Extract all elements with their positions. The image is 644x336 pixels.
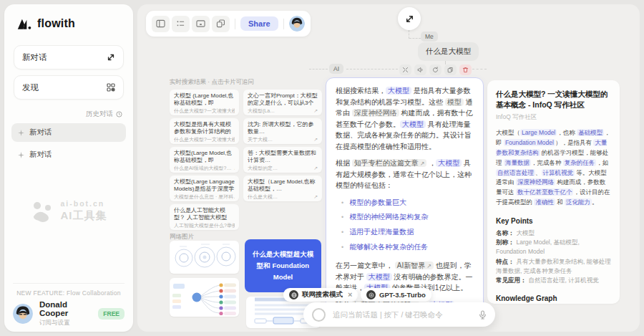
user-profile[interactable]: Donald Cooper 订阅与设置 FREE xyxy=(13,301,125,327)
inline-highlight: 深度神经网络 xyxy=(352,109,399,117)
card-source-text: 什么是大模型?一文读懂大模… xyxy=(174,107,235,115)
search-result-card[interactable]: 大模型 (Large Model,也称基础模型，即Foundation…什么是大… xyxy=(170,90,239,115)
history-versions-icon xyxy=(176,19,185,28)
connector-line xyxy=(409,38,421,39)
inline-source-link[interactable]: 知乎专栏的这篇文章↗ xyxy=(352,159,427,167)
external-link-icon: ↗ xyxy=(313,165,318,171)
toolbar-divider xyxy=(235,19,235,29)
clock-icon xyxy=(116,111,122,117)
card-source-text: 大模型是什么意思 · 星环科… xyxy=(174,193,235,201)
flowith-app: flowith 新对话 发现 历史对话 新对话新对话 xyxy=(0,0,644,336)
card-source: 大模型的定…↗ xyxy=(248,165,318,172)
discover-button[interactable]: 发现 xyxy=(14,75,124,100)
diagonal-arrows-icon xyxy=(405,14,414,24)
answer-bullet-item: 模型的参数量巨大 xyxy=(341,197,474,208)
discover-label: 发现 xyxy=(22,82,39,93)
inline-highlight: 模型 xyxy=(445,98,464,106)
remove-tag-icon[interactable]: × xyxy=(348,291,352,299)
connector-line xyxy=(309,69,328,69)
knowledge-graph-title: Knowledge Graph xyxy=(496,294,611,302)
search-result-card[interactable]: 大模型是指具有大规模参数和复杂计算结构的机器学习模…什么是大模型?一文读懂大模…… xyxy=(170,118,239,144)
key-point-value: 大模型 xyxy=(517,229,535,236)
card-source-text: 大模型(La… xyxy=(248,107,275,115)
web-image-circles[interactable] xyxy=(170,241,239,274)
search-result-card[interactable]: 沈为: 所谓大模型，它的参数量…关于大模…↗ xyxy=(243,118,322,144)
search-result-card[interactable]: 大模型（Large Model,也称基础模型，…什么是大模…↗ xyxy=(243,176,322,201)
share-button[interactable]: Share xyxy=(240,16,278,31)
card-source-text: 人工智能大模型是什么?举例… xyxy=(174,222,235,229)
key-point-value: 自然语言处理, 计算机视觉 xyxy=(529,277,599,284)
inline-source-link[interactable]: AI新智界↗ xyxy=(395,261,434,269)
web-search-mode-tag[interactable]: 联网搜索模式 × xyxy=(283,288,358,302)
globe-icon xyxy=(289,290,298,299)
chat-history-list: 新对话新对话 xyxy=(11,123,126,168)
search-result-card[interactable]: 大模型(Large Language Models)是指基于深度学习…大模型是什… xyxy=(170,176,239,201)
toolbar-avatar[interactable] xyxy=(289,16,305,32)
inline-highlight: 大模型 xyxy=(366,273,392,281)
chat-item-label: 新对话 xyxy=(29,150,52,160)
history-text: 历史对话 xyxy=(86,110,113,119)
answer-bullet-item: 模型的神经网络架构复杂 xyxy=(341,211,474,223)
toolbar-divider xyxy=(283,19,284,29)
follow-up-input[interactable] xyxy=(331,309,473,320)
history-versions-button[interactable] xyxy=(172,16,190,32)
new-chat-button[interactable]: 新对话 xyxy=(14,45,124,69)
copy-answer-button[interactable] xyxy=(444,64,457,75)
model-selector-tag[interactable]: GPT-3.5-Turbo xyxy=(361,288,431,302)
collapse-panel-button[interactable] xyxy=(152,16,170,32)
key-point-label: 名称： xyxy=(496,229,514,236)
article-source: InfoQ 写作社区 xyxy=(496,113,611,122)
key-point-label: 别称： xyxy=(496,239,514,246)
user-message-bubble[interactable]: 什么是大模型 xyxy=(418,42,479,61)
read-aloud-button[interactable] xyxy=(414,64,426,75)
web-image-mindmap[interactable] xyxy=(170,278,239,317)
composer-status-ring xyxy=(312,308,326,322)
watermark-logo-icon xyxy=(31,201,55,222)
card-source: 什么是AI领域的大模型?…↗ xyxy=(174,165,235,172)
regenerate-button[interactable] xyxy=(429,64,441,75)
focus-mode-button[interactable] xyxy=(192,16,210,32)
ai-answer-panel[interactable]: 根据搜索结果，大模型 是指具有大量参数和复杂结构的机器学习模型。这些 模型 通常… xyxy=(326,77,484,311)
user-avatar xyxy=(13,304,33,324)
search-result-card[interactable]: 大模型(Large Model,也称基础模型，即Foundation…什么是AI… xyxy=(170,147,239,173)
search-result-card[interactable]: 文心一言对Prompt：大模型的定义是什么，可以从3个角度…大模型(La…↗ xyxy=(243,90,322,115)
mic-icon[interactable] xyxy=(479,310,487,320)
fit-node-button[interactable] xyxy=(399,64,411,75)
sparkle-icon xyxy=(18,152,24,158)
canvas-toolbar: Share xyxy=(146,11,311,37)
model-name-label: GPT-3.5-Turbo xyxy=(379,291,426,299)
inline-highlight: 泛化能力 xyxy=(565,198,592,206)
search-result-card[interactable]: 答：大模型需要大量数据和计算资…大模型的定…↗ xyxy=(243,147,322,173)
flow-canvas[interactable]: Share Me 什么是大模型 xyxy=(137,4,640,332)
new-chat-icon xyxy=(107,53,115,62)
chat-history-item[interactable]: 新对话 xyxy=(11,123,126,142)
watermark-line2: AI工具集 xyxy=(61,209,107,223)
article-panel[interactable]: 什么是大模型? 一文读懂大模型的基本概念 - InfoQ 写作社区 InfoQ … xyxy=(487,80,620,304)
user-name: Donald Cooper xyxy=(39,300,92,317)
search-result-card[interactable]: 什么是人工智能大模型？ 人工智能大模型（Artificial…人工智能大模型是什… xyxy=(170,204,239,230)
inline-highlight: 基础模型 xyxy=(577,129,604,136)
trash-icon xyxy=(462,67,469,73)
inline-highlight: 数十亿甚至数千亿个 xyxy=(516,188,574,196)
delete-node-button[interactable] xyxy=(459,64,472,75)
key-point: 别称：Large Model, 基础模型, Foundation Model xyxy=(496,238,611,256)
chat-item-label: 新对话 xyxy=(29,128,52,138)
external-link-icon: ↗ xyxy=(313,108,318,114)
card-source: 大模型是什么意思 · 星环科…↗ xyxy=(174,193,235,201)
card-source: 大模型(La…↗ xyxy=(248,107,318,115)
external-link-icon: ↗ xyxy=(313,194,318,200)
chat-history-item[interactable]: 新对话 xyxy=(11,145,126,164)
web-search-mode-label: 联网搜索模式 xyxy=(302,290,343,299)
web-image-blue-card[interactable]: 什么是大模型超大模型和 Foundation Model xyxy=(245,239,321,292)
key-point-label: 常见应用： xyxy=(496,277,527,284)
card-source-text: 大模型的定… xyxy=(248,165,278,172)
sparkle-icon xyxy=(18,130,24,136)
fit-view-button[interactable] xyxy=(398,7,421,30)
inline-highlight: 自然语言处理 xyxy=(496,169,535,176)
external-link-icon: ↗ xyxy=(420,160,425,167)
card-source: 什么是大模型?一文读懂大模…↗ xyxy=(174,136,235,143)
duplicate-button[interactable] xyxy=(212,16,230,32)
discover-icon xyxy=(107,83,115,92)
card-source: 关于大模…↗ xyxy=(248,136,318,143)
feature-banner: NEW FEATURE: Flow Collaboration xyxy=(4,289,133,297)
